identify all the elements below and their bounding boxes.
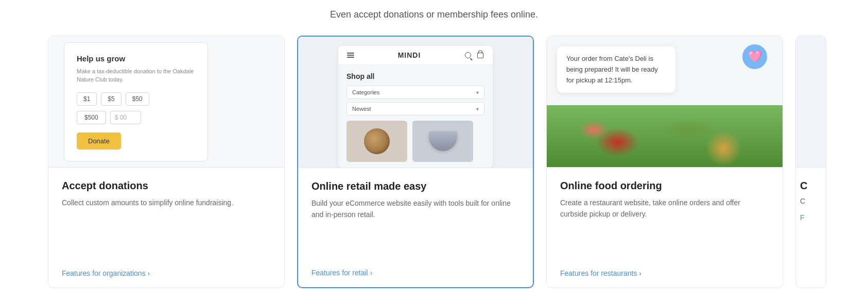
page-wrapper: Even accept donations or membership fees…: [0, 0, 868, 298]
amount-5[interactable]: $5: [101, 92, 121, 106]
mindi-products: [346, 121, 484, 162]
coaster-product: [364, 128, 390, 154]
categories-select[interactable]: Categories ▾: [346, 86, 484, 99]
mindi-nav-icons: [464, 51, 484, 59]
partial-preview: [796, 36, 826, 168]
partial-content: C C F: [796, 168, 826, 222]
mindi-body: Shop all Categories ▾ Newest ▾: [338, 65, 493, 168]
bag-shape: [477, 53, 483, 58]
card-donations: Help us grow Make a tax-deductible donat…: [48, 36, 285, 288]
product-1-thumb: [346, 121, 407, 162]
card-partial: C C F: [795, 36, 826, 288]
food-link[interactable]: Features for restaurants ›: [560, 269, 769, 277]
retail-title: Online retail made easy: [311, 180, 519, 192]
heart-bubble: 🩷: [742, 44, 767, 69]
mindi-logo: MINDI: [398, 51, 421, 59]
donation-preview: Help us grow Make a tax-deductible donat…: [48, 36, 284, 168]
partial-desc: C: [800, 197, 822, 205]
card-retail-content: Online retail made easy Build your eComm…: [298, 168, 533, 287]
donation-form-title: Help us grow: [77, 54, 195, 63]
card-donations-content: Accept donations Collect custom amounts …: [48, 168, 284, 288]
partial-title: C: [800, 180, 822, 192]
card-food-content: Online food ordering Create a restaurant…: [547, 168, 783, 288]
mindi-browser: MINDI Shop all Cate: [338, 46, 493, 168]
hamburger-lines: [347, 53, 354, 58]
custom-amount-input[interactable]: $ 00: [110, 111, 141, 124]
food-image: [547, 105, 783, 167]
bowl-product: [429, 131, 457, 151]
donation-amounts: $1 $5 $50: [77, 92, 195, 106]
donate-button[interactable]: Donate: [77, 133, 121, 150]
donation-form-desc: Make a tax-deductible donation to the Oa…: [77, 67, 195, 84]
retail-preview: MINDI Shop all Cate: [298, 37, 533, 168]
search-shape: [465, 52, 471, 58]
bag-icon[interactable]: [476, 51, 484, 59]
amount-500[interactable]: $500: [77, 111, 106, 124]
hamburger-icon[interactable]: [346, 51, 355, 59]
newest-label: Newest: [352, 106, 371, 112]
categories-chevron: ▾: [476, 90, 479, 95]
cards-row: Help us grow Make a tax-deductible donat…: [0, 36, 868, 288]
card-food: 🩷 Your order from Cate's Deli is being p…: [546, 36, 783, 288]
donation-row2: $500 $ 00: [77, 111, 195, 124]
newest-chevron: ▾: [476, 106, 479, 112]
donations-title: Accept donations: [62, 180, 271, 192]
food-desc: Create a restaurant website, take online…: [560, 197, 769, 260]
product-2-thumb: [412, 121, 473, 162]
hamburger-line: [347, 57, 354, 58]
partial-link[interactable]: F: [800, 213, 822, 222]
card-retail: MINDI Shop all Cate: [297, 36, 534, 288]
hamburger-line: [347, 53, 354, 54]
amount-50[interactable]: $50: [126, 92, 149, 106]
donations-link[interactable]: Features for organizations ›: [62, 269, 271, 277]
food-preview: 🩷 Your order from Cate's Deli is being p…: [547, 36, 783, 168]
retail-desc: Build your eCommerce website easily with…: [311, 197, 519, 259]
heart-icon: 🩷: [748, 50, 762, 63]
shop-all-title: Shop all: [346, 72, 484, 80]
hamburger-line: [347, 55, 354, 56]
order-message: Your order from Cate's Deli is being pre…: [566, 55, 658, 84]
search-icon[interactable]: [464, 51, 472, 59]
page-subtitle: Even accept donations or membership fees…: [0, 0, 868, 36]
amount-1[interactable]: $1: [77, 92, 97, 106]
donation-form: Help us grow Make a tax-deductible donat…: [64, 42, 208, 161]
retail-link[interactable]: Features for retail ›: [311, 269, 519, 277]
mindi-nav: MINDI: [338, 46, 493, 65]
food-image-overlay: [547, 105, 783, 167]
categories-label: Categories: [352, 89, 379, 95]
food-title: Online food ordering: [560, 180, 769, 192]
order-bubble: Your order from Cate's Deli is being pre…: [557, 46, 675, 93]
newest-select[interactable]: Newest ▾: [346, 102, 484, 115]
donations-desc: Collect custom amounts to simplify onlin…: [62, 197, 271, 260]
